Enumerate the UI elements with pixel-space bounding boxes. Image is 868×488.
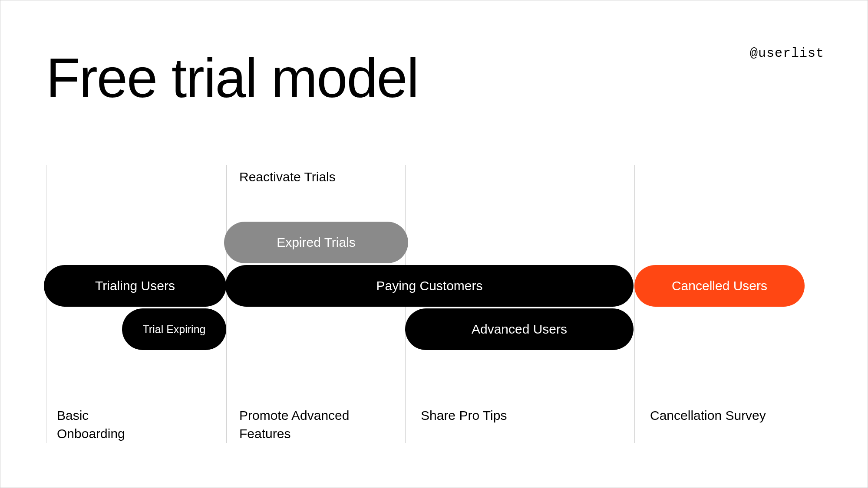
pill-trialing-users: Trialing Users xyxy=(44,265,226,307)
pill-label: Trial Expiring xyxy=(143,323,206,336)
divider-line xyxy=(226,165,227,443)
pill-trial-expiring: Trial Expiring xyxy=(122,308,226,350)
stage-bottom-label: Share Pro Tips xyxy=(421,406,507,425)
pill-paying-customers: Paying Customers xyxy=(225,265,634,307)
divider-line xyxy=(634,165,635,443)
stage-bottom-label: Promote Advanced Features xyxy=(239,406,350,443)
pill-label: Trialing Users xyxy=(95,278,175,293)
pill-advanced-users: Advanced Users xyxy=(405,308,634,350)
pill-cancelled-users: Cancelled Users xyxy=(634,265,805,307)
pill-label: Expired Trials xyxy=(277,235,356,250)
stage-bottom-label: Basic Onboarding xyxy=(57,406,125,443)
slide-title: Free trial model xyxy=(46,46,418,110)
lifecycle-diagram: Reactivate Trials Expired Trials Trialin… xyxy=(44,165,824,443)
handle-tag: @userlist xyxy=(750,46,824,61)
pill-label: Advanced Users xyxy=(472,322,567,337)
stage-top-label: Reactivate Trials xyxy=(239,170,336,184)
pill-label: Paying Customers xyxy=(376,278,482,293)
stage-bottom-label: Cancellation Survey xyxy=(650,406,766,425)
pill-label: Cancelled Users xyxy=(672,278,767,293)
pill-expired-trials: Expired Trials xyxy=(224,222,408,263)
divider-line xyxy=(46,165,46,443)
